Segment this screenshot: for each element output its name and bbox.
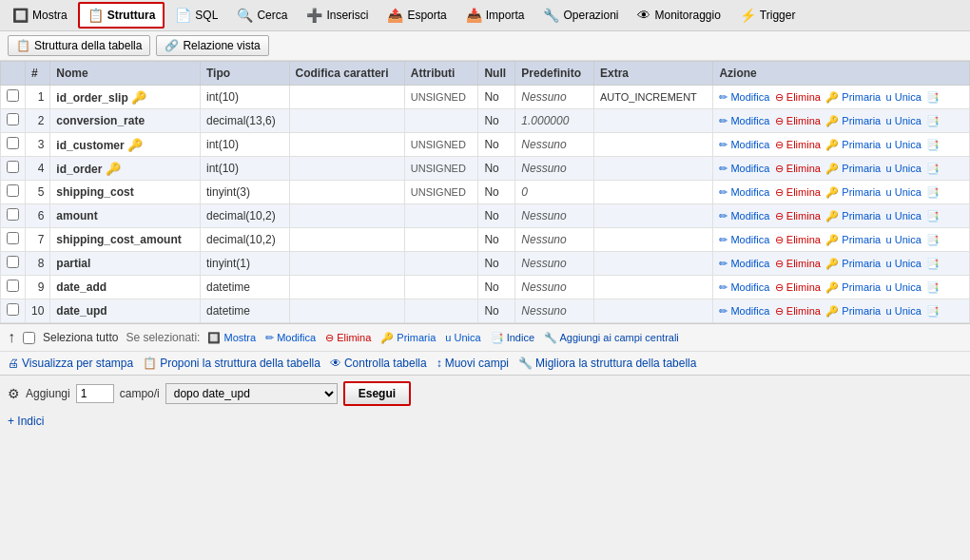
toolbar-btn-cerca[interactable]: 🔍Cerca	[228, 3, 296, 28]
header-predefinito: Predefinito	[515, 62, 594, 86]
action-more-3[interactable]: 📑	[926, 163, 940, 175]
checkbox-2[interactable]	[7, 137, 19, 149]
action-elimina-0[interactable]: ⊖ Elimina	[775, 91, 821, 104]
bulk-aggiungi-campi[interactable]: 🔧 Aggiungi ai campi centrali	[544, 332, 679, 344]
action-primaria-3[interactable]: 🔑 Primaria	[825, 163, 881, 175]
action-primaria-7[interactable]: 🔑 Primaria	[825, 258, 881, 270]
action-primaria-8[interactable]: 🔑 Primaria	[825, 281, 881, 294]
action-primaria-9[interactable]: 🔑 Primaria	[825, 305, 881, 318]
checkbox-7[interactable]	[7, 256, 19, 268]
action-elimina-1[interactable]: ⊖ Elimina	[775, 115, 821, 127]
action-more-8[interactable]: 📑	[926, 281, 940, 294]
action-modifica-7[interactable]: ✏ Modifica	[719, 258, 769, 270]
action-modifica-5[interactable]: ✏ Modifica	[719, 210, 769, 222]
action-elimina-8[interactable]: ⊖ Elimina	[775, 281, 821, 294]
execute-button[interactable]: Esegui	[343, 381, 411, 406]
migliora-struttura-icon: 🔧	[518, 357, 533, 370]
action-primaria-1[interactable]: 🔑 Primaria	[825, 115, 881, 127]
action-modifica-2[interactable]: ✏ Modifica	[719, 139, 769, 151]
toolbar-btn-operazioni[interactable]: 🔧Operazioni	[534, 3, 627, 28]
action-unica-9[interactable]: u Unica	[886, 305, 922, 317]
action-elimina-5[interactable]: ⊖ Elimina	[775, 210, 821, 222]
action-more-6[interactable]: 📑	[926, 234, 940, 246]
inserisci-label: Inserisci	[326, 9, 368, 22]
action-more-2[interactable]: 📑	[926, 139, 940, 151]
toolbar-btn-monitoraggio[interactable]: 👁Monitoraggio	[629, 3, 728, 28]
footer-link-visualizza-stampa[interactable]: 🖨Visualizza per stampa	[8, 357, 133, 370]
action-primaria-4[interactable]: 🔑 Primaria	[825, 186, 881, 199]
sub-btn-relazione-vista[interactable]: 🔗Relazione vista	[156, 35, 268, 56]
checkbox-0[interactable]	[7, 89, 19, 102]
toolbar-btn-esporta[interactable]: 📤Esporta	[378, 3, 455, 28]
checkbox-6[interactable]	[7, 232, 19, 244]
checkbox-5[interactable]	[7, 208, 19, 221]
footer-link-proponi-struttura[interactable]: 📋Proponi la struttura della tabella	[143, 357, 320, 370]
action-elimina-9[interactable]: ⊖ Elimina	[775, 305, 821, 318]
checkbox-9[interactable]	[7, 303, 19, 316]
action-unica-2[interactable]: u Unica	[886, 139, 922, 150]
bulk-unica[interactable]: u Unica	[445, 332, 480, 343]
action-primaria-6[interactable]: 🔑 Primaria	[825, 234, 881, 246]
action-unica-0[interactable]: u Unica	[886, 91, 922, 103]
action-modifica-8[interactable]: ✏ Modifica	[719, 281, 769, 294]
action-unica-8[interactable]: u Unica	[886, 281, 922, 293]
action-modifica-9[interactable]: ✏ Modifica	[719, 305, 769, 318]
checkbox-4[interactable]	[7, 184, 19, 197]
action-elimina-2[interactable]: ⊖ Elimina	[775, 139, 821, 151]
position-select[interactable]: dopo date_upd in cima dopo id_order_slip…	[165, 383, 338, 404]
toolbar-btn-inserisci[interactable]: ➕Inserisci	[298, 3, 377, 28]
row-type-5: decimal(10,2)	[200, 204, 289, 228]
action-more-5[interactable]: 📑	[926, 210, 940, 222]
bulk-mostra[interactable]: 🔲 Mostra	[207, 332, 256, 344]
action-more-7[interactable]: 📑	[926, 258, 940, 270]
action-modifica-4[interactable]: ✏ Modifica	[719, 186, 769, 199]
field-count-input[interactable]	[76, 384, 114, 403]
row-encoding-6	[289, 228, 404, 252]
table-row: 5 shipping_cost tinyint(3) UNSIGNED No 0…	[1, 181, 970, 204]
action-primaria-0[interactable]: 🔑 Primaria	[825, 91, 881, 104]
action-modifica-6[interactable]: ✏ Modifica	[719, 234, 769, 246]
action-unica-5[interactable]: u Unica	[886, 210, 922, 222]
toolbar-btn-mostra[interactable]: 🔲Mostra	[4, 3, 76, 28]
checkbox-1[interactable]	[7, 113, 19, 126]
toolbar-btn-struttura[interactable]: 📋Struttura	[78, 2, 165, 29]
action-unica-1[interactable]: u Unica	[886, 115, 922, 126]
action-elimina-7[interactable]: ⊖ Elimina	[775, 258, 821, 270]
mostra-icon: 🔲	[12, 8, 29, 23]
bulk-modifica[interactable]: ✏ Modifica	[265, 332, 316, 344]
action-elimina-4[interactable]: ⊖ Elimina	[775, 186, 821, 199]
action-elimina-3[interactable]: ⊖ Elimina	[775, 163, 821, 175]
action-elimina-6[interactable]: ⊖ Elimina	[775, 234, 821, 246]
action-more-0[interactable]: 📑	[926, 91, 940, 104]
indici-link[interactable]: + Indici	[8, 415, 44, 428]
bulk-primaria[interactable]: 🔑 Primaria	[380, 332, 436, 344]
action-more-4[interactable]: 📑	[926, 186, 940, 199]
row-checkbox-4	[1, 181, 26, 204]
footer-link-migliora-struttura[interactable]: 🔧Migliora la struttura della tabella	[518, 357, 696, 370]
toolbar-btn-trigger[interactable]: ⚡Trigger	[731, 3, 805, 28]
footer-link-controlla-tabella[interactable]: 👁Controlla tabella	[330, 357, 427, 370]
action-unica-3[interactable]: u Unica	[886, 163, 922, 174]
checkbox-8[interactable]	[7, 280, 19, 292]
action-more-1[interactable]: 📑	[926, 115, 940, 127]
action-primaria-5[interactable]: 🔑 Primaria	[825, 210, 881, 222]
row-extra-1	[593, 109, 712, 133]
action-modifica-0[interactable]: ✏ Modifica	[719, 91, 769, 104]
action-more-9[interactable]: 📑	[926, 305, 940, 318]
bulk-elimina[interactable]: ⊖ Elimina	[325, 332, 371, 344]
action-modifica-1[interactable]: ✏ Modifica	[719, 115, 769, 127]
bulk-indice[interactable]: 📑 Indice	[491, 332, 534, 344]
action-modifica-3[interactable]: ✏ Modifica	[719, 163, 769, 175]
footer-link-muovi-campi[interactable]: ↕Muovi campi	[436, 357, 509, 370]
action-unica-4[interactable]: u Unica	[886, 186, 922, 198]
toolbar-btn-sql[interactable]: 📄SQL	[166, 3, 226, 28]
row-default-3: Nessuno	[515, 157, 594, 181]
action-unica-6[interactable]: u Unica	[886, 234, 922, 245]
action-unica-7[interactable]: u Unica	[886, 258, 922, 269]
toolbar-btn-importa[interactable]: 📥Importa	[457, 3, 534, 28]
checkbox-3[interactable]	[7, 161, 19, 173]
select-all-checkbox[interactable]	[23, 332, 35, 344]
header-num: #	[26, 62, 50, 86]
sub-btn-struttura-tabella[interactable]: 📋Struttura della tabella	[8, 35, 150, 56]
action-primaria-2[interactable]: 🔑 Primaria	[825, 139, 881, 151]
